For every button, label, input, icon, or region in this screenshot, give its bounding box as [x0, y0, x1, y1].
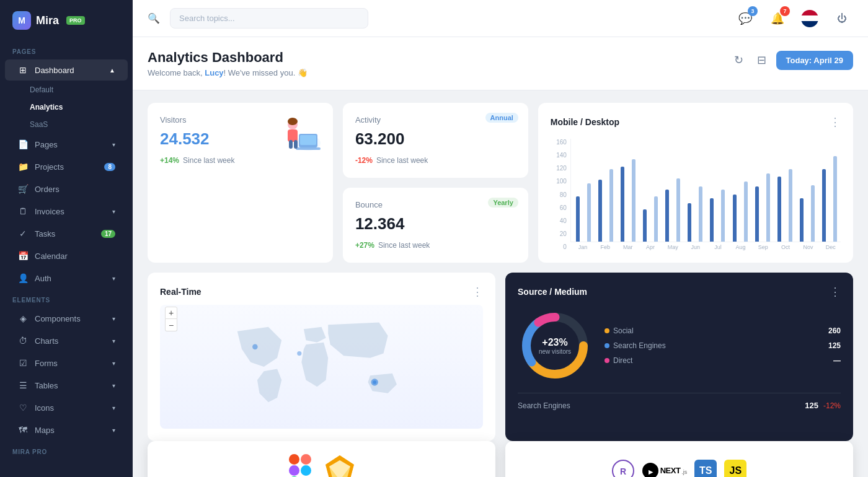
nextjs-logo: ▶ NEXT .js: [642, 462, 688, 478]
page-subtitle: Welcome back, Lucy! We've missed you. 👋: [148, 68, 308, 77]
svg-rect-18: [301, 454, 311, 465]
tech-card-right: R ▶ NEXT .js TS JS: [505, 441, 853, 477]
sidebar-item-tasks[interactable]: ✓ Tasks 17: [5, 223, 128, 244]
sidebar-label-tasks: Tasks: [35, 229, 55, 239]
map-title: Real-Time: [160, 287, 202, 297]
activity-badge: Annual: [485, 113, 518, 123]
legend-dot-search: [604, 343, 609, 348]
sidebar-item-auth[interactable]: 👤 Auth ▾: [5, 268, 128, 289]
sidebar-item-calendar[interactable]: 📅 Calendar: [5, 245, 128, 266]
sidebar-item-icons[interactable]: ♡ Icons ▾: [5, 397, 128, 418]
app-logo[interactable]: M Mira PRO: [0, 0, 133, 41]
filter-icon[interactable]: ⊟: [753, 50, 770, 71]
source-menu-icon[interactable]: ⋮: [830, 285, 841, 299]
bar-jul-dark: [710, 198, 714, 242]
bar-may-dark: [665, 190, 669, 242]
bounce-value: 12.364: [355, 214, 516, 234]
zoom-in-button[interactable]: +: [165, 307, 177, 319]
svg-text:▶: ▶: [648, 469, 653, 475]
sidebar-item-pages[interactable]: 📄 Pages ▾: [5, 134, 128, 155]
projects-badge: 8: [104, 163, 115, 171]
activity-footer: -12% Since last week: [355, 156, 516, 165]
refresh-icon[interactable]: ↻: [730, 50, 747, 71]
activity-since: Since last week: [376, 156, 428, 165]
logo-icon: M: [12, 11, 31, 30]
sidebar-label-calendar: Calendar: [35, 252, 68, 261]
sidebar-label-auth: Auth: [35, 274, 51, 283]
user-name: Lucy: [205, 68, 223, 77]
power-icon: ⏻: [837, 13, 847, 24]
sidebar-section-pages: PAGES: [0, 41, 133, 59]
sidebar-section-mira-pro: MIRA PRO: [0, 441, 133, 459]
map-menu-icon[interactable]: ⋮: [472, 285, 483, 299]
sidebar-item-components[interactable]: ◈ Components ▾: [5, 308, 128, 329]
zoom-out-button[interactable]: −: [165, 319, 177, 331]
donut-sub: new visitors: [539, 348, 571, 355]
power-button[interactable]: ⏻: [831, 7, 853, 30]
sidebar-label-maps: Maps: [35, 426, 55, 435]
sidebar-subitem-saas[interactable]: SaaS: [0, 116, 133, 133]
svg-point-10: [373, 380, 376, 384]
sidebar-item-invoices[interactable]: 🗒 Invoices ▾: [5, 201, 128, 222]
legend-label-direct: Direct: [613, 356, 632, 365]
svg-point-6: [288, 118, 298, 125]
search-box[interactable]: Search topics...: [170, 8, 368, 28]
sidebar-item-projects[interactable]: 📁 Projects 8: [5, 156, 128, 177]
sidebar-item-maps[interactable]: 🗺 Maps ▾: [5, 419, 128, 440]
sidebar-label-orders: Orders: [35, 185, 60, 194]
components-icon: ◈: [17, 313, 29, 323]
sidebar-item-charts[interactable]: ⏱ Charts ▾: [5, 330, 128, 351]
chevron-down-icon-7: ▾: [112, 382, 115, 389]
sidebar-label-dashboard: Dashboard: [35, 66, 74, 75]
bar-feb-dark: [598, 180, 602, 242]
maps-icon: 🗺: [17, 425, 29, 435]
forms-icon: ☑: [17, 358, 29, 368]
chevron-down-icon-9: ▾: [112, 427, 115, 434]
bar-sep-dark: [755, 186, 759, 242]
bounce-card: Yearly Bounce 12.364 +27% Since last wee…: [343, 188, 528, 263]
chevron-down-icon-6: ▾: [112, 360, 115, 367]
visitor-illustration: [271, 109, 327, 159]
sidebar-item-orders[interactable]: 🛒 Orders: [5, 178, 128, 199]
bar-oct-dark: [777, 177, 781, 242]
javascript-logo: JS: [724, 460, 746, 478]
tech-card-left: [148, 441, 495, 477]
notifications-badge: 7: [780, 6, 790, 16]
chart-menu-icon[interactable]: ⋮: [830, 115, 841, 129]
svg-point-12: [252, 344, 258, 350]
auth-icon: 👤: [17, 273, 29, 283]
today-button[interactable]: Today: April 29: [776, 51, 853, 70]
messages-button[interactable]: 💬 3: [734, 7, 756, 30]
chart-header: Mobile / Desktop ⋮: [551, 115, 841, 129]
svg-rect-19: [289, 465, 299, 476]
notifications-button[interactable]: 🔔 7: [766, 7, 789, 30]
sidebar-item-tables[interactable]: ☰ Tables ▾: [5, 375, 128, 396]
legend-dot-direct: [604, 358, 609, 363]
legend-label-social: Social: [613, 326, 634, 335]
app-name: Mira: [36, 14, 59, 27]
svg-rect-5: [288, 129, 298, 142]
chevron-up-icon: ▲: [109, 67, 115, 74]
chevron-down-icon: ▾: [112, 141, 115, 148]
sidebar-subitem-default[interactable]: Default: [0, 81, 133, 98]
legend-item-direct: Direct —: [604, 356, 841, 365]
sketch-logo: [324, 455, 355, 478]
pages-icon: 📄: [17, 139, 29, 149]
bar-oct-light: [789, 169, 792, 242]
visitors-change: +14%: [160, 156, 179, 165]
bar-jun-light: [699, 186, 702, 242]
flag-button[interactable]: [799, 7, 821, 30]
bar-chart: 160 140 120 100 80 60 40 20 0: [551, 139, 841, 250]
sidebar-label-invoices: Invoices: [35, 207, 64, 216]
sidebar-item-dashboard[interactable]: ⊞ Dashboard ▲: [5, 59, 128, 81]
sidebar-subitem-analytics[interactable]: Analytics: [0, 98, 133, 116]
header: 🔍 Search topics... 💬 3 🔔 7 ⏻: [133, 0, 868, 37]
sidebar-label-forms: Forms: [35, 359, 58, 368]
legend-val-direct: —: [833, 356, 841, 365]
legend-item-social: Social 260: [604, 326, 841, 335]
donut-value: +23%: [539, 337, 571, 348]
chart-title: Mobile / Desktop: [551, 117, 619, 127]
page-header: Analytics Dashboard Welcome back, Lucy! …: [133, 37, 868, 90]
bar-jan-dark: [576, 196, 580, 242]
sidebar-item-forms[interactable]: ☑ Forms ▾: [5, 352, 128, 374]
